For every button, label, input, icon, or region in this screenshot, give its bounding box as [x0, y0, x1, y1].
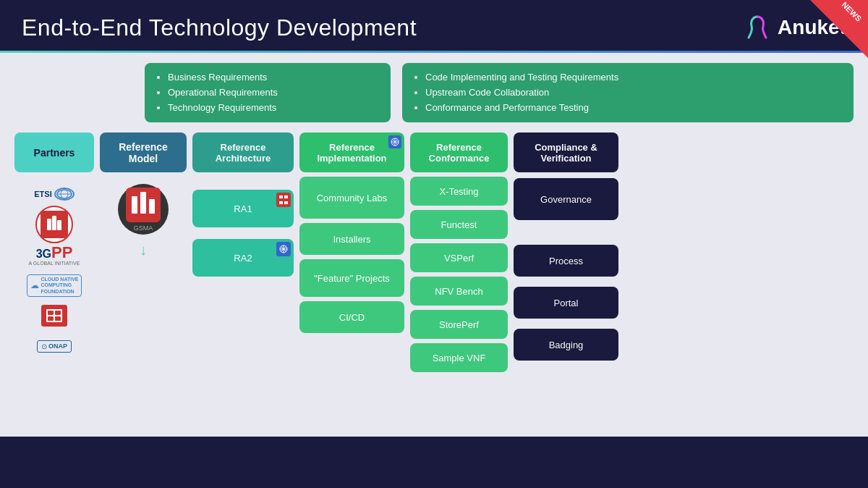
- partner-logos: ETSI: [27, 181, 82, 359]
- info-right-item-3: Conformance and Performance Testing: [425, 101, 842, 116]
- col-partners: Partners ETSI: [14, 132, 94, 359]
- col-header-ref-conf: Reference Conformance: [410, 132, 508, 172]
- functest-cell: Functest: [410, 210, 508, 239]
- header: End-to-End Technology Development Anuket: [0, 0, 868, 51]
- info-left-item-1: Business Requirements: [168, 70, 379, 85]
- governance-cell: Governance: [514, 178, 618, 220]
- col-header-partners: Partners: [14, 132, 94, 172]
- svg-rect-18: [284, 201, 288, 204]
- ra1-openstack-badge: [276, 193, 291, 207]
- svg-rect-7: [48, 311, 54, 315]
- gsma-logo: [35, 211, 73, 237]
- svg-rect-5: [52, 216, 56, 230]
- ra2-k8s-badge: [276, 242, 291, 256]
- ra2-cell: RA2: [192, 239, 294, 277]
- svg-rect-12: [132, 196, 137, 214]
- info-left-item-3: Technology Requirements: [168, 101, 379, 116]
- news-label: NEWS: [841, 0, 864, 23]
- 3gpp-logo: 3GPP A GLOBAL INITIATIVE: [29, 242, 80, 268]
- col-header-ref-impl: Reference Implementation: [299, 132, 404, 172]
- svg-rect-16: [284, 195, 288, 198]
- col-ref-impl: Reference Implementation Community Labs …: [299, 132, 404, 333]
- main-content: Business Requirements Operational Requir…: [0, 53, 868, 437]
- onap-logo: ⊙ ONAP: [37, 333, 72, 359]
- col-header-compliance: Compliance & Verification: [514, 132, 618, 172]
- svg-rect-14: [149, 199, 155, 214]
- col-ref-conf: Reference Conformance X-Testing Functest…: [410, 132, 508, 372]
- cloud-native-logo: ☁ CLOUD NATIVECOMPUTINGFOUNDATION: [27, 272, 82, 298]
- storeperf-cell: StorePerf: [410, 310, 508, 339]
- ref-impl-k8s-badge: [388, 135, 401, 148]
- svg-rect-13: [140, 192, 146, 214]
- svg-rect-8: [55, 311, 61, 315]
- openstack-logo: [41, 303, 67, 329]
- nfv-bench-cell: NFV Bench: [410, 277, 508, 306]
- svg-rect-17: [279, 201, 283, 204]
- etsi-circle: [54, 188, 75, 201]
- vsperf-cell: VSPerf: [410, 243, 508, 272]
- installers-cell: Installers: [299, 223, 404, 255]
- col-header-ref-arch: Reference Architecture: [192, 132, 294, 172]
- feature-projects-cell: "Feature" Projects: [299, 259, 404, 297]
- arrow-down: ↓: [140, 242, 147, 258]
- page-title: End-to-End Technology Development: [22, 14, 417, 41]
- top-info-row: Business Requirements Operational Requir…: [145, 63, 854, 122]
- col-ref-arch: Reference Architecture RA1 RA2: [192, 132, 294, 277]
- gsma-ref-model-circle: GSMA: [118, 184, 169, 235]
- process-cell: Process: [514, 245, 618, 277]
- svg-rect-6: [57, 220, 61, 230]
- col-ref-model: Reference Model GSMA ↓: [100, 132, 187, 260]
- portal-cell: Portal: [514, 287, 618, 319]
- info-right-item-1: Code Implementing and Testing Requiremen…: [425, 70, 842, 85]
- svg-rect-15: [279, 195, 283, 198]
- info-right-item-2: Upstream Code Collaboration: [425, 85, 842, 101]
- ra1-cell: RA1: [192, 190, 294, 227]
- info-box-right: Code Implementing and Testing Requiremen…: [402, 63, 854, 122]
- x-testing-cell: X-Testing: [410, 177, 508, 206]
- col-compliance: Compliance & Verification Governance Pro…: [514, 132, 618, 361]
- svg-rect-10: [55, 316, 61, 321]
- info-left-item-2: Operational Requirements: [168, 85, 379, 101]
- diagram-row: Partners ETSI: [14, 132, 854, 372]
- svg-rect-4: [47, 219, 51, 230]
- col-header-ref-model: Reference Model: [100, 132, 187, 172]
- anuket-logo-icon: [743, 13, 772, 42]
- community-labs-cell: Community Labs: [299, 177, 404, 219]
- sample-vnf-cell: Sample VNF: [410, 343, 508, 372]
- etsi-logo: ETSI: [34, 181, 74, 207]
- badging-cell: Badging: [514, 329, 618, 361]
- svg-rect-9: [48, 316, 54, 321]
- info-box-left: Business Requirements Operational Requir…: [145, 63, 391, 122]
- cicd-cell: CI/CD: [299, 301, 404, 333]
